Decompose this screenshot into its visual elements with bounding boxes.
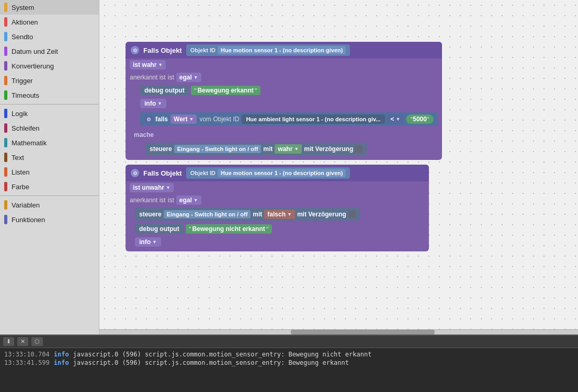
sidebar-label-text: Text — [12, 154, 24, 162]
lt-dropdown[interactable]: < ▼ — [388, 114, 404, 124]
falsch-block[interactable]: falsch ▼ — [264, 210, 295, 219]
sidebar-item-logik[interactable]: Logik — [0, 106, 99, 121]
anerkannt-label-1: anerkannt ist — [130, 74, 166, 81]
falls-objekt-label-2: Falls Objekt — [143, 169, 182, 177]
scroll-thumb[interactable] — [291, 330, 435, 335]
inner-falls-block[interactable]: ⚙ falls Wert ▼ vom Objekt ID Hue ambient… — [140, 112, 438, 126]
mit2-label-2: mit Verzögerung — [297, 211, 346, 218]
info-arrow-1: ▼ — [157, 101, 162, 106]
obj-id-value-1: Hue motion sensor 1 - (no description gi… — [218, 46, 346, 54]
dropdown-arrow-2: ▼ — [166, 185, 171, 190]
sidebar-item-funktionen[interactable]: Funktionen — [0, 212, 99, 227]
inner-falls-row: ⚙ falls Wert ▼ vom Objekt ID Hue ambient… — [136, 110, 442, 129]
console-log: 13:33:10.704infojavascript.0 (596) scrip… — [0, 348, 578, 392]
ist-wahr-row: ist wahr ▼ — [126, 59, 442, 71]
canvas-area[interactable]: ⚙ Falls Objekt Objekt ID Hue motion sens… — [99, 0, 578, 329]
sidebar-label-listen: Listen — [12, 168, 30, 176]
egal-dropdown-1[interactable]: egal ▼ — [176, 73, 201, 82]
color-bar-datum — [4, 47, 7, 56]
color-bar-logik — [4, 109, 7, 118]
dropdown-arrow-1: ▼ — [158, 62, 163, 67]
sidebar-item-system[interactable]: System — [0, 0, 99, 15]
checkbox-1[interactable] — [355, 145, 362, 153]
block-group-1: ⚙ Falls Objekt Objekt ID Hue motion sens… — [126, 42, 442, 160]
obj-id-block-1[interactable]: Objekt ID Hue motion sensor 1 - (no desc… — [186, 44, 350, 56]
sensor2-label: Hue ambient light sensor 1 - (no descrip… — [246, 116, 380, 122]
info-arrow-2: ▼ — [152, 239, 157, 245]
mit-label-1: mit — [263, 145, 273, 153]
egal-arrow-1: ▼ — [194, 75, 198, 80]
sidebar-item-schleifen[interactable]: Schleifen — [0, 121, 99, 135]
sidebar-label-system: System — [12, 4, 34, 11]
color-bar-aktionen — [4, 17, 7, 27]
sidebar-label-trigger: Trigger — [12, 77, 33, 85]
sidebar-item-mathematik[interactable]: Mathematik — [0, 135, 99, 150]
sidebar-item-farbe[interactable]: Farbe — [0, 179, 99, 194]
sidebar-label-aktionen: Aktionen — [12, 18, 38, 26]
string-block-1[interactable]: " Bewegung erkannt " — [191, 86, 260, 95]
sidebar-item-timeouts[interactable]: Timeouts — [0, 88, 99, 102]
sidebar-label-farbe: Farbe — [12, 183, 29, 191]
sidebar-item-trigger[interactable]: Trigger — [0, 73, 99, 88]
sidebar-label-schleifen: Schleifen — [12, 124, 39, 132]
sidebar-item-aktionen[interactable]: Aktionen — [0, 15, 99, 29]
steuere-block-2[interactable]: steuere Eingang - Switch light on / off … — [135, 208, 360, 221]
color-bar-trigger — [4, 76, 7, 85]
log-line: 13:33:10.704infojavascript.0 (596) scrip… — [4, 350, 574, 359]
info-block-2[interactable]: info ▼ — [135, 237, 161, 247]
anerkannt-spacer-2: ist — [168, 197, 174, 204]
sidebar-item-listen[interactable]: Listen — [0, 165, 99, 179]
log-message: javascript.0 (596) script.js.common.moti… — [73, 359, 349, 366]
falls-objekt-label-1: Falls Objekt — [143, 47, 182, 54]
number-block[interactable]: " 5000 " — [406, 114, 433, 124]
color-bar-text — [4, 153, 7, 162]
ist-wahr-dropdown[interactable]: ist wahr ▼ — [130, 60, 166, 70]
canvas-scrollbar[interactable] — [99, 329, 578, 335]
anerkannt-spacer: ist — [168, 74, 174, 81]
close-quote-2: " — [266, 226, 269, 232]
steuere-block-1[interactable]: steuere Eingang - Switch light on / off … — [145, 143, 367, 155]
sidebar-item-sendto[interactable]: Sendto — [0, 29, 99, 44]
info-row-2: info ▼ — [131, 236, 429, 248]
mit2-label-1: mit Verzögerung — [304, 145, 353, 153]
ist-unwahr-row: ist unwahr ▼ — [126, 181, 429, 194]
mache-label: mache — [130, 130, 158, 140]
falls-objekt-block-2[interactable]: ⚙ Falls Objekt Objekt ID Hue motion sens… — [126, 165, 429, 251]
sidebar-item-konvertierung[interactable]: Konvertierung — [0, 59, 99, 73]
egal-arrow-2: ▼ — [194, 198, 198, 203]
sidebar-item-variablen[interactable]: Variablen — [0, 198, 99, 212]
color-bar-system — [4, 3, 7, 12]
steuere-row-2: steuere Eingang - Switch light on / off … — [131, 206, 429, 222]
block-header-1: ⚙ Falls Objekt Objekt ID Hue motion sens… — [126, 42, 442, 59]
num-close: " — [427, 117, 429, 122]
main-area: SystemAktionenSendtoDatum und ZeitKonver… — [0, 0, 578, 335]
console-clear-btn[interactable]: ⬇ — [3, 337, 14, 346]
color-bar-variablen — [4, 200, 7, 210]
obj-id-block-2[interactable]: Objekt ID Hue motion sensor 1 - (no desc… — [186, 167, 350, 179]
color-bar-farbe — [4, 182, 7, 191]
debug-block-1[interactable]: debug output — [140, 85, 189, 96]
falls-objekt-block-1[interactable]: ⚙ Falls Objekt Objekt ID Hue motion sens… — [126, 42, 442, 160]
sensor2-block[interactable]: Hue ambient light sensor 1 - (no descrip… — [242, 114, 384, 124]
checkbox-2[interactable] — [348, 211, 356, 218]
debug-block-2[interactable]: debug output — [135, 224, 184, 234]
obj-id-value-2: Hue motion sensor 1 - (no description gi… — [218, 169, 346, 177]
console-toolbar: ⬇ ✕ ⬡ — [0, 336, 578, 348]
info-block-1[interactable]: info ▼ — [140, 99, 166, 108]
falls-label: falls — [155, 116, 168, 123]
info-row-1: info ▼ — [136, 97, 442, 110]
sidebar-item-datum[interactable]: Datum und Zeit — [0, 44, 99, 59]
wert-dropdown[interactable]: Wert ▼ — [171, 114, 197, 124]
sidebar-item-text[interactable]: Text — [0, 150, 99, 165]
string-block-2[interactable]: " Bewegung nicht erkannt " — [186, 224, 272, 234]
debug-row-1: debug output " Bewegung erkannt " — [136, 84, 442, 97]
console-copy-btn[interactable]: ⬡ — [31, 337, 43, 346]
steuere-target-1: Eingang - Switch light on / off — [174, 145, 262, 153]
wahr-block[interactable]: wahr ▼ — [275, 144, 302, 154]
egal-dropdown-2[interactable]: egal ▼ — [176, 195, 201, 205]
ist-unwahr-dropdown[interactable]: ist unwahr ▼ — [130, 183, 174, 192]
console-area: ⬇ ✕ ⬡ 13:33:10.704infojavascript.0 (596)… — [0, 335, 578, 392]
console-delete-btn[interactable]: ✕ — [17, 337, 28, 346]
lt-arrow: ▼ — [396, 117, 401, 122]
log-time: 13:33:10.704 — [4, 351, 50, 358]
